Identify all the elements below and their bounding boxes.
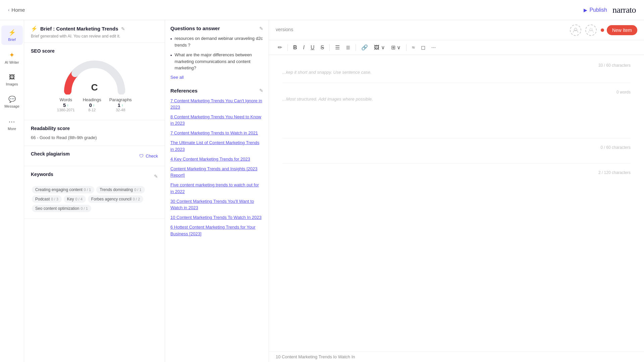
more-icon: ··· bbox=[9, 118, 15, 125]
keyword-podcast: Podcast 0 / 3 bbox=[32, 195, 62, 203]
toolbar-link-button[interactable]: 🔗 bbox=[359, 43, 370, 52]
ref-item-9: 10 Content Marketing Trends To Watch In … bbox=[170, 214, 263, 221]
questions-section: Questions to answer ✎ resources on deman… bbox=[170, 25, 263, 80]
ref-link-5[interactable]: 4 Key Content Marketing Trends for 2023 bbox=[170, 157, 250, 162]
field-divider-3 bbox=[282, 163, 631, 164]
metric-words-name: Words bbox=[60, 97, 72, 102]
ref-link-4[interactable]: The Ultimate List of Content Marketing T… bbox=[170, 140, 259, 152]
headings-trend-icon: ↑ bbox=[93, 103, 95, 107]
plagiarism-check-button[interactable]: 🛡 Check bbox=[139, 154, 158, 159]
keyword-creating-engaging: Creating engaging content 0 / 1 bbox=[32, 186, 94, 193]
sidebar-item-ai-writer[interactable]: ✦ AI Writer bbox=[1, 48, 23, 68]
brief-title: Brief : Content Marketing Trends bbox=[40, 26, 118, 32]
ref-link-6[interactable]: Content Marketing Trends and Insights [2… bbox=[170, 166, 257, 178]
plagiarism-section: Check plagiarism 🛡 Check bbox=[24, 146, 165, 166]
references-edit-button[interactable]: ✎ bbox=[259, 88, 263, 93]
toolbar-clear-button[interactable]: ≈ bbox=[410, 43, 417, 52]
plagiarism-title: Check plagiarism bbox=[31, 151, 70, 157]
editor-panel: versions Ne bbox=[269, 20, 644, 362]
middle-panel: Questions to answer ✎ resources on deman… bbox=[165, 20, 269, 362]
toolbar-strikethrough-button[interactable]: S bbox=[319, 43, 326, 52]
publish-button[interactable]: ▶ Publish bbox=[584, 7, 607, 13]
toolbar-extra-button[interactable]: ◻ bbox=[419, 43, 427, 52]
ref-link-7[interactable]: Five content marketing trends to watch o… bbox=[170, 182, 259, 194]
toolbar-bold-button[interactable]: B bbox=[291, 43, 299, 52]
question-item-1: resources on demand webinar unraveling d… bbox=[170, 35, 263, 48]
metric-headings-value: 0 ↑ bbox=[89, 102, 95, 108]
message-icon: 💬 bbox=[8, 96, 16, 103]
questions-header: Questions to answer ✎ bbox=[170, 25, 263, 31]
paragraphs-trend-icon: ↑ bbox=[121, 103, 123, 107]
ref-item-2: 8 Content Marketing Trends You Need to K… bbox=[170, 114, 263, 126]
sidebar-item-more[interactable]: ··· More bbox=[1, 114, 23, 134]
keyword-key: Key 0 / 4 bbox=[64, 195, 86, 203]
sidebar: ⚡ Brief ✦ AI Writer 🖼 Images 💬 Message ·… bbox=[0, 20, 24, 362]
ref-link-10[interactable]: 6 Hottest Content Marketing Trends for Y… bbox=[170, 225, 256, 236]
play-icon: ▶ bbox=[584, 7, 587, 13]
toolbar-pen-button[interactable]: ✏ bbox=[276, 43, 284, 52]
toolbar-numbered-list-button[interactable]: ≣ bbox=[344, 43, 352, 52]
sidebar-label-more: More bbox=[8, 127, 16, 131]
keywords-edit-button[interactable]: ✎ bbox=[154, 174, 158, 179]
ref-link-8[interactable]: 30 Content Marketing Trends You'll Want … bbox=[170, 199, 254, 210]
ai-writer-icon: ✦ bbox=[9, 51, 15, 59]
references-section: References ✎ 7 Content Marketing Trends … bbox=[170, 88, 263, 237]
ref-item-4: The Ultimate List of Content Marketing T… bbox=[170, 139, 263, 152]
status-dot bbox=[601, 28, 604, 32]
editor-content: 33 / 60 characters ...kep it short and s… bbox=[269, 55, 644, 351]
narrato-logo: narrato bbox=[612, 5, 636, 15]
see-all-link[interactable]: See all bbox=[170, 75, 263, 80]
home-link[interactable]: ‹ Home bbox=[8, 7, 25, 13]
title-hint: ...kep it short and snappy. Use sentence… bbox=[282, 70, 631, 75]
ref-item-10: 6 Hottest Content Marketing Trends for Y… bbox=[170, 224, 263, 237]
title-counter: 33 / 60 characters bbox=[598, 63, 631, 68]
words-trend-icon: ↑ bbox=[67, 103, 69, 107]
avatar-button-1[interactable] bbox=[570, 24, 581, 36]
toolbar-sep-4 bbox=[406, 44, 407, 51]
keywords-grid: Creating engaging content 0 / 1 Trends d… bbox=[31, 185, 158, 213]
sidebar-item-brief[interactable]: ⚡ Brief bbox=[1, 25, 23, 45]
publish-label: Publish bbox=[589, 7, 607, 13]
ref-item-8: 30 Content Marketing Trends You'll Want … bbox=[170, 198, 263, 211]
meta-desc-counter: 2 / 120 characters bbox=[598, 170, 631, 175]
toolbar-more-button[interactable]: ··· bbox=[429, 43, 438, 52]
brief-header: ⚡ Brief : Content Marketing Trends ✎ Bri… bbox=[24, 20, 165, 43]
toolbar-bullet-list-button[interactable]: ☰ bbox=[333, 43, 342, 52]
toolbar-underline-button[interactable]: U bbox=[309, 43, 317, 52]
new-item-container: New Item bbox=[601, 25, 637, 35]
questions-edit-button[interactable]: ✎ bbox=[259, 26, 263, 31]
metric-paragraphs: Paragraphs 1 ↑ 32-48 bbox=[109, 97, 132, 112]
readability-score: 66 - Good to Read (8th-9th grade) bbox=[31, 135, 158, 140]
toolbar-italic-button[interactable]: I bbox=[301, 43, 307, 52]
ref-link-2[interactable]: 8 Content Marketing Trends You Need to K… bbox=[170, 114, 261, 126]
questions-title: Questions to answer bbox=[170, 25, 220, 31]
metric-paragraphs-value: 1 ↑ bbox=[118, 102, 123, 108]
new-item-button[interactable]: New Item bbox=[607, 25, 637, 35]
editor-actions: New Item bbox=[570, 24, 637, 36]
avatar-button-2[interactable] bbox=[585, 24, 597, 36]
ref-item-5: 4 Key Content Marketing Trends for 2023 bbox=[170, 156, 263, 162]
ref-link-9[interactable]: 10 Content Marketing Trends To Watch In … bbox=[170, 215, 262, 220]
body-word-count: 0 words bbox=[616, 90, 631, 95]
ref-link-3[interactable]: 7 Content Marketing Trends to Watch in 2… bbox=[170, 130, 258, 135]
editor-topbar: versions Ne bbox=[269, 20, 644, 40]
ref-item-7: Five content marketing trends to watch o… bbox=[170, 182, 263, 194]
lightning-icon: ⚡ bbox=[31, 25, 38, 32]
toolbar-sep-3 bbox=[356, 44, 356, 51]
ref-link-1[interactable]: 7 Content Marketing Trends You Can't Ign… bbox=[170, 98, 262, 110]
sidebar-item-message[interactable]: 💬 Message bbox=[1, 92, 23, 112]
brief-edit-icon[interactable]: ✎ bbox=[121, 26, 125, 32]
sidebar-item-images[interactable]: 🖼 Images bbox=[1, 70, 23, 89]
toolbar-image-button[interactable]: 🖼 ∨ bbox=[372, 43, 387, 52]
readability-title: Readability score bbox=[31, 126, 158, 131]
tab-versions[interactable]: versions bbox=[276, 27, 293, 34]
toolbar-table-button[interactable]: ⊞ ∨ bbox=[389, 43, 403, 52]
keywords-header: Keywords ✎ bbox=[31, 172, 158, 181]
question-item-2: What are the major differences between m… bbox=[170, 52, 263, 71]
questions-list: resources on demand webinar unraveling d… bbox=[170, 35, 263, 71]
editor-tabs: versions bbox=[276, 27, 293, 34]
metric-paragraphs-range: 32-48 bbox=[116, 108, 125, 112]
ref-item-6: Content Marketing Trends and Insights [2… bbox=[170, 166, 263, 178]
readability-section: Readability score 66 - Good to Read (8th… bbox=[24, 120, 165, 146]
references-header: References ✎ bbox=[170, 88, 263, 94]
